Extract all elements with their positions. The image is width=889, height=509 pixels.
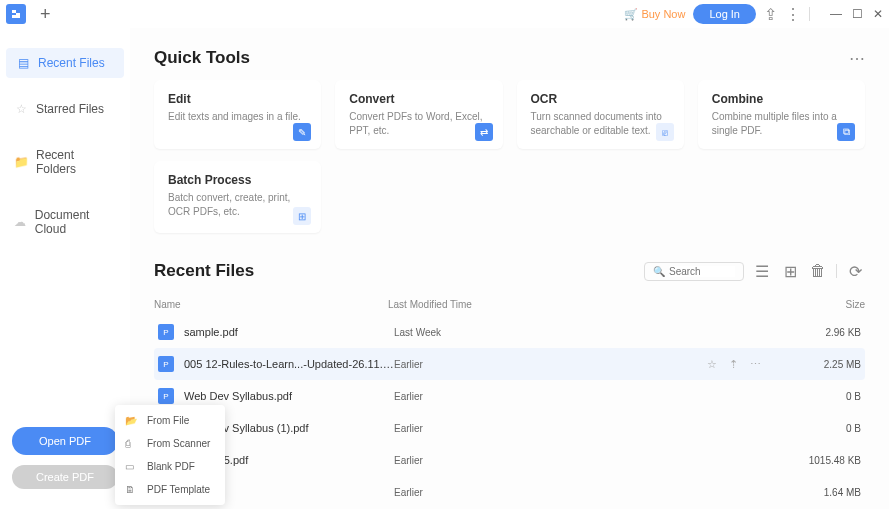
file-name-label: Web Dev Syllabus.pdf: [184, 390, 394, 402]
file-size-label: 2.25 MB: [781, 359, 861, 370]
tool-desc-label: Combine multiple files into a single PDF…: [712, 110, 851, 137]
more-icon[interactable]: ⋯: [750, 358, 761, 371]
close-button[interactable]: ✕: [873, 7, 883, 21]
divider: [836, 264, 837, 278]
ctx-blank-pdf[interactable]: ▭ Blank PDF: [115, 455, 225, 478]
scanner-icon: ⎙: [125, 438, 139, 449]
recent-icon: ▤: [16, 56, 30, 70]
file-list: Psample.pdfLast Week2.96 KBP005 12-Rules…: [154, 316, 865, 508]
list-view-icon[interactable]: ☰: [752, 261, 772, 281]
sidebar-item-document-cloud[interactable]: ☁ Document Cloud: [0, 200, 130, 244]
search-icon: 🔍: [653, 266, 665, 277]
tool-title-label: OCR: [531, 92, 670, 106]
tool-title-label: Edit: [168, 92, 307, 106]
template-icon: 🗎: [125, 484, 139, 495]
file-modified-label: Earlier: [394, 455, 781, 466]
ctx-label: From File: [147, 415, 189, 426]
tool-card-edit[interactable]: Edit Edit texts and images in a file. ✎: [154, 80, 321, 149]
batch-icon: ⊞: [293, 207, 311, 225]
file-modified-label: Last Week: [394, 327, 781, 338]
sidebar: ▤ Recent Files ☆ Starred Files 📁 Recent …: [0, 28, 130, 509]
pdf-file-icon: P: [158, 324, 174, 340]
convert-icon: ⇄: [475, 123, 493, 141]
sidebar-item-recent-files[interactable]: ▤ Recent Files: [6, 48, 124, 78]
file-row[interactable]: Psample.pdfLast Week2.96 KB: [154, 316, 865, 348]
buy-now-link[interactable]: 🛒 Buy Now: [624, 8, 685, 21]
minimize-button[interactable]: —: [830, 7, 842, 21]
sidebar-item-label: Recent Files: [38, 56, 105, 70]
file-modified-label: Earlier: [394, 391, 781, 402]
tool-desc-label: Convert PDFs to Word, Excel, PPT, etc.: [349, 110, 488, 137]
edit-icon: ✎: [293, 123, 311, 141]
search-input[interactable]: [669, 266, 735, 277]
cart-icon: 🛒: [624, 8, 638, 21]
ctx-from-scanner[interactable]: ⎙ From Scanner: [115, 432, 225, 455]
ctx-from-file[interactable]: 📂 From File: [115, 409, 225, 432]
tool-title-label: Convert: [349, 92, 488, 106]
sidebar-item-starred-files[interactable]: ☆ Starred Files: [0, 94, 130, 124]
file-size-label: 1.64 MB: [781, 487, 861, 498]
pin-icon[interactable]: ⇡: [729, 358, 738, 371]
file-table-header: Name Last Modified Time Size: [154, 293, 865, 316]
delete-icon[interactable]: 🗑: [808, 261, 828, 281]
buy-now-label: Buy Now: [641, 8, 685, 20]
ctx-pdf-template[interactable]: 🗎 PDF Template: [115, 478, 225, 501]
login-button[interactable]: Log In: [693, 4, 756, 24]
file-name-label: 005 12-Rules-to-Learn...-Updated-26.11.1…: [184, 358, 394, 370]
file-modified-label: Earlier: [394, 487, 781, 498]
quick-tools-title: Quick Tools: [154, 48, 250, 68]
file-modified-label: Earlier: [394, 359, 707, 370]
cloud-icon: ☁: [14, 215, 27, 229]
file-size-label: 1015.48 KB: [781, 455, 861, 466]
content-area: Quick Tools ⋯ Edit Edit texts and images…: [130, 28, 889, 509]
create-pdf-context-menu: 📂 From File ⎙ From Scanner ▭ Blank PDF 🗎…: [115, 405, 225, 505]
create-pdf-button[interactable]: Create PDF: [12, 465, 118, 489]
sidebar-item-recent-folders[interactable]: 📁 Recent Folders: [0, 140, 130, 184]
share-icon[interactable]: ⇪: [764, 5, 777, 24]
tool-card-convert[interactable]: Convert Convert PDFs to Word, Excel, PPT…: [335, 80, 502, 149]
tool-card-ocr[interactable]: OCR Turn scanned documents into searchab…: [517, 80, 684, 149]
divider: [809, 7, 810, 21]
titlebar: + 🛒 Buy Now Log In ⇪ ⋮ — ☐ ✕: [0, 0, 889, 28]
pdf-file-icon: P: [158, 356, 174, 372]
column-name: Name: [154, 299, 388, 310]
star-icon: ☆: [14, 102, 28, 116]
sidebar-item-label: Recent Folders: [36, 148, 116, 176]
star-icon[interactable]: ☆: [707, 358, 717, 371]
column-modified: Last Modified Time: [388, 299, 785, 310]
file-row[interactable]: Pook.pdfEarlier1.64 MB: [154, 476, 865, 508]
search-box[interactable]: 🔍: [644, 262, 744, 281]
file-row[interactable]: PWeb Dev Syllabus (1).pdfEarlier0 B: [154, 412, 865, 444]
ctx-label: Blank PDF: [147, 461, 195, 472]
new-tab-button[interactable]: +: [34, 4, 57, 25]
more-options-icon[interactable]: ⋯: [849, 49, 865, 68]
folder-open-icon: 📂: [125, 415, 139, 426]
app-logo-icon: [6, 4, 26, 24]
ocr-icon: ⎚: [656, 123, 674, 141]
file-size-label: 2.96 KB: [781, 327, 861, 338]
combine-icon: ⧉: [837, 123, 855, 141]
tool-desc-label: Batch convert, create, print, OCR PDFs, …: [168, 191, 307, 218]
file-modified-label: Earlier: [394, 423, 781, 434]
tool-title-label: Batch Process: [168, 173, 307, 187]
open-pdf-button[interactable]: Open PDF: [12, 427, 118, 455]
file-row[interactable]: PWeb Dev Syllabus.pdfEarlier0 B: [154, 380, 865, 412]
recent-files-title: Recent Files: [154, 261, 254, 281]
kebab-menu-icon[interactable]: ⋮: [785, 5, 801, 24]
file-name-label: sample.pdf: [184, 326, 394, 338]
refresh-icon[interactable]: ⟳: [845, 261, 865, 281]
sidebar-item-label: Document Cloud: [35, 208, 116, 236]
tool-desc-label: Turn scanned documents into searchable o…: [531, 110, 670, 137]
tool-desc-label: Edit texts and images in a file.: [168, 110, 307, 124]
ctx-label: From Scanner: [147, 438, 210, 449]
maximize-button[interactable]: ☐: [852, 7, 863, 21]
grid-view-icon[interactable]: ⊞: [780, 261, 800, 281]
ctx-label: PDF Template: [147, 484, 210, 495]
tool-card-batch[interactable]: Batch Process Batch convert, create, pri…: [154, 161, 321, 233]
tool-title-label: Combine: [712, 92, 851, 106]
file-row[interactable]: P005 12-Rules-to-Learn...-Updated-26.11.…: [154, 348, 865, 380]
blank-icon: ▭: [125, 461, 139, 472]
pdf-file-icon: P: [158, 388, 174, 404]
file-row[interactable]: Pument 15.pdfEarlier1015.48 KB: [154, 444, 865, 476]
tool-card-combine[interactable]: Combine Combine multiple files into a si…: [698, 80, 865, 149]
